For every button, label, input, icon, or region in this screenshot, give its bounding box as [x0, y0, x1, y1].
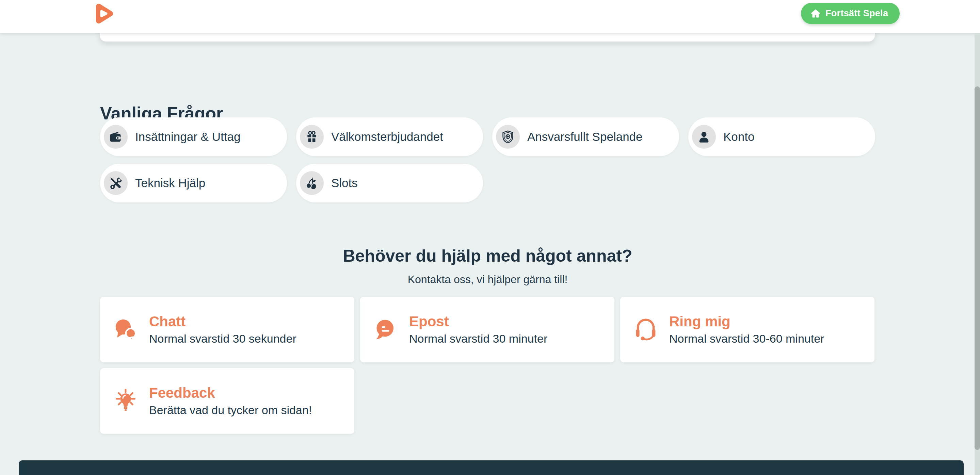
- wallet-icon: [108, 129, 123, 144]
- contact-card-title: Chatt: [149, 314, 296, 329]
- faq-pill-responsible-gaming[interactable]: Ansvarsfullt Spelande: [492, 118, 679, 156]
- faq-pill-label: Ansvarsfullt Spelande: [527, 130, 643, 144]
- shield-plus-icon: [500, 129, 515, 144]
- contact-card-title: Feedback: [149, 385, 312, 401]
- contact-card-email[interactable]: Epost Normal svarstid 30 minuter: [360, 297, 614, 362]
- tools-icon: [108, 176, 123, 191]
- contact-title: Behöver du hjälp med något annat?: [100, 246, 875, 266]
- continue-button-label: Fortsätt Spela: [826, 8, 888, 19]
- faq-pill-label: Konto: [723, 130, 754, 144]
- contact-card-feedback[interactable]: Feedback Berätta vad du tycker om sidan!: [100, 368, 354, 434]
- contact-card-description: Normal svarstid 30 minuter: [409, 332, 547, 345]
- contact-subtitle: Kontakta oss, vi hjälper gärna till!: [100, 273, 875, 286]
- user-icon: [697, 129, 711, 144]
- gift-icon: [304, 129, 319, 144]
- home-icon: [810, 9, 821, 18]
- contact-card-title: Ring mig: [669, 314, 824, 329]
- contact-card-description: Berätta vad du tycker om sidan!: [149, 404, 312, 417]
- faq-pill-slots[interactable]: Slots: [296, 164, 483, 202]
- faq-pill-label: Insättningar & Uttag: [135, 130, 240, 144]
- cherries-icon: [304, 176, 319, 191]
- faq-category-grid: Insättningar & Uttag Välkomsterbjudandet: [100, 118, 876, 202]
- contact-card-description: Normal svarstid 30 sekunder: [149, 332, 296, 345]
- top-header-bar: Fortsätt Spela: [0, 0, 980, 33]
- contact-card-call-me[interactable]: Ring mig Normal svarstid 30-60 minuter: [620, 297, 875, 362]
- faq-pill-welcome-offer[interactable]: Välkomsterbjudandet: [296, 118, 483, 156]
- scrollbar-thumb[interactable]: [975, 86, 980, 450]
- contact-card-title: Epost: [409, 314, 547, 329]
- contact-card-description: Normal svarstid 30-60 minuter: [669, 332, 824, 345]
- faq-pill-label: Teknisk Hjälp: [135, 176, 205, 190]
- play-logo-icon[interactable]: [92, 2, 116, 25]
- chat-bubbles-icon: [112, 316, 139, 343]
- lightbulb-icon: [112, 388, 139, 415]
- faq-pill-label: Slots: [331, 176, 358, 190]
- contact-section-header: Behöver du hjälp med något annat? Kontak…: [100, 246, 875, 286]
- faq-pill-account[interactable]: Konto: [688, 118, 875, 156]
- contact-card-chat[interactable]: Chatt Normal svarstid 30 sekunder: [100, 297, 354, 362]
- contact-channel-grid: Chatt Normal svarstid 30 sekunder Epost …: [100, 297, 876, 434]
- faq-pill-technical-help[interactable]: Teknisk Hjälp: [100, 164, 287, 202]
- speech-bubble-icon: [372, 316, 399, 343]
- faq-pill-label: Välkomsterbjudandet: [331, 130, 443, 144]
- continue-playing-button[interactable]: Fortsätt Spela: [801, 3, 900, 24]
- faq-pill-deposits-withdrawals[interactable]: Insättningar & Uttag: [100, 118, 287, 156]
- headset-icon: [632, 316, 659, 343]
- footer-bar: [19, 461, 964, 475]
